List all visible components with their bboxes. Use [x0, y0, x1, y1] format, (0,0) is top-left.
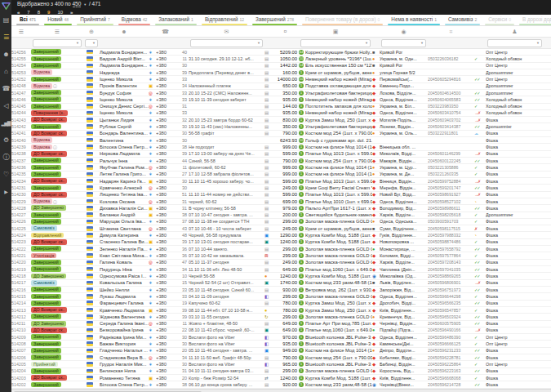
receipt-icon[interactable]: ▤ [264, 56, 272, 61]
courier-column-icon[interactable]: ♟ [486, 29, 544, 35]
phone-badge[interactable]: +380 [156, 118, 175, 122]
receipt-icon[interactable]: ▤ [264, 199, 272, 204]
receipt-icon[interactable]: ▤ [264, 226, 272, 231]
tab-Сервіси[interactable]: Сервіси0 [482, 15, 517, 25]
phone-badge[interactable]: +380 [156, 192, 175, 197]
order-row[interactable]: 514222ЗавершенийЗеленко Наталія Па...∗+3… [11, 246, 551, 252]
receipt-icon[interactable]: ▤ [264, 151, 272, 156]
receipt-icon[interactable]: ⊠ [264, 253, 272, 258]
tab-Самовивіз[interactable]: Самовивіз2 [442, 15, 482, 25]
order-row[interactable]: 514214ЗавершенийФаранцевич Галина∗+38019… [11, 301, 551, 307]
phone-badge[interactable]: +380 [156, 247, 175, 252]
order-row[interactable]: 514238ДО Возврат ск..Ниркова Людмила∗+38… [11, 151, 551, 158]
filter-input[interactable]: ▼ [190, 39, 263, 47]
order-row[interactable]: 514244Повернення (з..Іщенко Микола∗+3803… [11, 110, 551, 117]
phone-badge[interactable]: +380 [156, 219, 175, 224]
receipt-icon[interactable]: ▣ [264, 348, 272, 353]
order-row[interactable]: 514211ДО ЗавершеноСереда Галина Івані...… [11, 321, 551, 327]
order-row[interactable]: 514205ПрийнятийГрудок Наталія Мик...∗+38… [11, 361, 551, 368]
receipt-icon[interactable]: ▤ [264, 179, 272, 184]
receipt-icon[interactable]: ▤ [264, 321, 272, 326]
phone-badge[interactable]: +380 [156, 145, 175, 149]
phone-badge[interactable]: +380 [156, 151, 175, 156]
receipt-icon[interactable]: ▤ [264, 287, 272, 292]
order-row[interactable]: 514253ВідмоваНадежда∗+38039Предоплата (П… [11, 69, 551, 76]
tab-Всі[interactable]: Всі471 [14, 15, 42, 25]
phone-badge[interactable]: +380 [156, 158, 175, 163]
order-row[interactable]: 514245ЗавершенийОнищук Денис Сергі...◎+3… [11, 104, 551, 110]
phone-badge[interactable]: +380 [156, 104, 175, 109]
order-row[interactable]: 514256ЗавершенийЛюдмила Бондарен...∗+380… [11, 49, 551, 56]
order-row[interactable]: 514206ЗавершенийСтадникова Вера В...◎+38… [11, 354, 551, 361]
settings-sliders-icon[interactable]: ⚙ [0, 131, 11, 149]
location-column-icon[interactable]: ◉ [380, 29, 428, 35]
status-column-icon[interactable]: ☰ [31, 29, 83, 35]
phone-badge[interactable]: +380 [156, 172, 175, 176]
tab-Завершений[interactable]: Завершений278 [250, 15, 300, 25]
receipt-icon[interactable]: ▤ [264, 185, 272, 190]
phone-badge[interactable]: +380 [156, 308, 175, 313]
filter-input[interactable]: ▼ [381, 39, 426, 47]
phone-badge[interactable]: +380 [156, 77, 175, 82]
filter-input[interactable]: ▼ [33, 39, 82, 47]
receipt-icon[interactable]: ▣ [264, 239, 272, 244]
receipt-icon[interactable]: ▤ [264, 77, 272, 82]
order-row[interactable]: 514221УтилізаціяКнап Світлана Миха...∗+3… [11, 252, 551, 259]
phone-badge[interactable]: +380 [156, 70, 175, 75]
filter-input[interactable]: ▼ [487, 39, 542, 47]
order-row[interactable]: 514242ЗавершенийРублюк Сергій∗+3803019.1… [11, 123, 551, 130]
phone-badge[interactable]: +380 [156, 239, 175, 244]
tab-Нема в наявності[interactable]: Нема в наявності1 [385, 15, 442, 25]
phone-badge[interactable]: +380 [156, 253, 175, 258]
receipt-icon[interactable]: ▣ [264, 280, 272, 285]
receipt-icon[interactable]: ◧ [264, 335, 272, 340]
order-row[interactable]: 514254ЗавершенийЛюдмила Бондарен...∗+380… [11, 63, 551, 69]
phone-badge[interactable]: +380 [156, 131, 175, 136]
phone-badge[interactable]: +380 [156, 267, 175, 272]
order-row[interactable]: 514219ЗавершенийПедурець Ніна∗+3803411.1… [11, 266, 551, 273]
order-row[interactable]: 514215ЗавершенийЛукаш Людмила∗+3803304.1… [11, 293, 551, 300]
warehouse-icon[interactable]: ⌂ [0, 63, 11, 80]
order-row[interactable]: 514207ЗавершенийГладченко Наталья ...∗+3… [11, 348, 551, 354]
order-row[interactable]: 514225СамовивізШтакина Светлана◎+3804307… [11, 225, 551, 232]
receipt-icon[interactable]: ↻ [264, 314, 272, 319]
receipt-icon[interactable]: ▤ [264, 172, 272, 176]
clients-icon[interactable]: ☻ [0, 46, 11, 63]
money-column-icon[interactable]: ¤ [272, 29, 299, 34]
info-icon[interactable]: ⓘ [53, 199, 57, 204]
phone-badge[interactable]: +380 [156, 368, 175, 373]
order-row[interactable]: 514246ЗавершенийІщенко Микола∗+3803319.1… [11, 96, 551, 103]
receipt-icon[interactable]: ▤ [264, 301, 272, 305]
chevron-down-icon[interactable]: ▼ [83, 2, 87, 7]
app-logo[interactable] [1, 1, 11, 11]
order-row[interactable]: 514235ЗавершенийЛетяк Галина Григо...∗+3… [11, 172, 551, 178]
order-row[interactable]: 514247ЗавершенийБундук София◎+3803320.10… [11, 90, 551, 96]
info-icon[interactable]: ⓘ [0, 149, 11, 166]
order-row[interactable]: 514210ДО Возврат ск..Безкоровайна Ірина∗… [11, 327, 551, 334]
phone-badge[interactable]: +380 [156, 83, 175, 88]
receipt-icon[interactable]: ▤ [264, 124, 272, 129]
receipt-icon[interactable]: ▤ [264, 212, 272, 217]
phone-badge[interactable]: +380 [156, 56, 175, 61]
order-row[interactable]: 514220ЗавершенийГалина Коваль◎+3804705.1… [11, 260, 551, 266]
orders-list-icon[interactable]: ☰ [0, 29, 11, 46]
order-row[interactable]: 514255ЗавершенийБадров Андрій Вікт...∗+3… [11, 56, 551, 62]
receipt-icon[interactable]: ▤ [264, 63, 272, 68]
order-row[interactable]: 514224ВідправленийДимула Катерина∗+38048… [11, 232, 551, 238]
receipt-icon[interactable]: ▤ [264, 267, 272, 272]
order-row[interactable]: 514252ЗавершенийІщенко Микола∗+38033▤140… [11, 76, 551, 82]
info-icon[interactable]: ⓘ [53, 145, 57, 149]
comment-column-icon[interactable]: ✉ [189, 29, 264, 35]
phone-badge[interactable]: +380 [156, 335, 175, 340]
tab-Повернення товару (в дорозі)[interactable]: Повернення товару (в дорозі)0 [300, 15, 385, 25]
receipt-icon[interactable]: ▤ [264, 382, 272, 387]
tab-Прийнятий[interactable]: Прийнятий7 [74, 15, 116, 25]
order-row[interactable]: 514234ДО Возврат ск..Надарян Каринэ Гв..… [11, 178, 551, 185]
order-row[interactable]: 514229ВідмоваⓘКозлова Оксана◎+38031чорни… [11, 198, 551, 205]
receipt-icon[interactable]: ▤ [264, 104, 272, 109]
info-icon[interactable]: ⓘ [53, 83, 57, 88]
phone-badge[interactable]: +380 [156, 179, 175, 184]
order-row[interactable]: 514223ДО Возврат ск..Стасенко Галина Ви.… [11, 239, 551, 246]
order-row[interactable]: 514203ДО Возврат ск..Романенко Тетяна▣+3… [11, 375, 551, 381]
receipt-icon[interactable]: ▤ [264, 110, 272, 115]
